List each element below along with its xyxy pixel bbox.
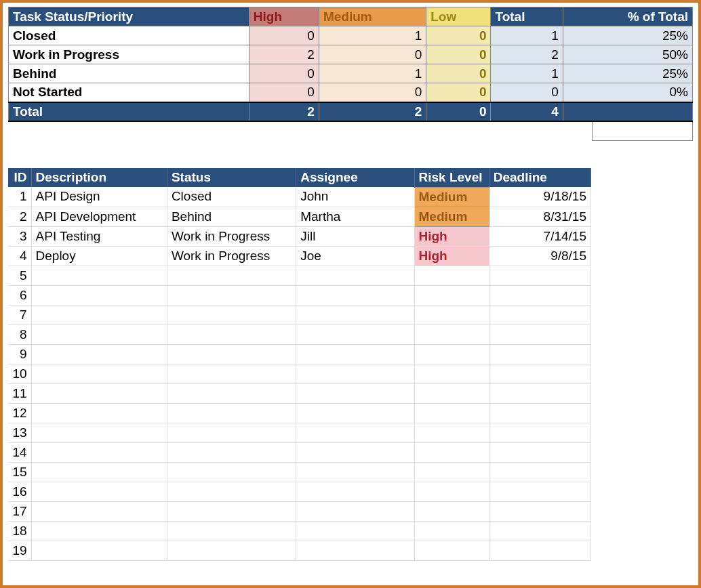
- summary-cell-high[interactable]: 0: [249, 26, 319, 45]
- summary-cell-pct[interactable]: 0%: [563, 83, 692, 102]
- summary-header-title[interactable]: Task Status/Priority: [9, 7, 249, 26]
- task-cell-assignee[interactable]: [296, 501, 414, 521]
- task-cell-deadline[interactable]: [489, 324, 590, 344]
- task-cell-status[interactable]: Work in Progress: [167, 226, 296, 246]
- task-cell-status[interactable]: [167, 364, 296, 383]
- task-cell-status[interactable]: [167, 462, 296, 482]
- summary-cell-high[interactable]: 0: [249, 64, 319, 83]
- task-cell-id[interactable]: 3: [8, 226, 31, 246]
- task-cell-status[interactable]: [167, 423, 296, 442]
- task-cell-assignee[interactable]: [296, 344, 414, 364]
- task-cell-risk[interactable]: [414, 423, 489, 442]
- task-cell-assignee[interactable]: Martha: [296, 207, 414, 226]
- summary-cell-low[interactable]: 0: [426, 45, 491, 64]
- task-cell-assignee[interactable]: [296, 423, 414, 442]
- task-cell-status[interactable]: [167, 344, 296, 364]
- task-cell-status[interactable]: [167, 305, 296, 324]
- summary-cell-total[interactable]: 1: [491, 26, 563, 45]
- task-cell-status[interactable]: [167, 541, 296, 560]
- task-cell-deadline[interactable]: 8/31/15: [489, 207, 590, 226]
- task-cell-assignee[interactable]: [296, 364, 414, 383]
- tasks-header-description[interactable]: Description: [31, 168, 167, 188]
- task-cell-deadline[interactable]: [489, 423, 590, 442]
- task-cell-id[interactable]: 15: [8, 462, 31, 482]
- task-cell-description[interactable]: [31, 344, 167, 364]
- summary-cell-low[interactable]: 0: [426, 26, 491, 45]
- task-cell-risk[interactable]: [414, 482, 489, 501]
- task-cell-deadline[interactable]: [489, 521, 590, 541]
- task-cell-deadline[interactable]: [489, 305, 590, 324]
- summary-cell-low[interactable]: 0: [426, 83, 491, 102]
- task-cell-risk[interactable]: Medium: [414, 187, 489, 207]
- task-cell-assignee[interactable]: [296, 442, 414, 462]
- task-cell-description[interactable]: API Development: [31, 207, 167, 226]
- summary-cell-pct[interactable]: 25%: [563, 26, 692, 45]
- task-cell-assignee[interactable]: John: [296, 187, 414, 207]
- summary-total-label[interactable]: Total: [9, 102, 249, 121]
- task-cell-risk[interactable]: High: [414, 246, 489, 266]
- tasks-header-deadline[interactable]: Deadline: [489, 168, 590, 188]
- task-cell-id[interactable]: 4: [8, 246, 31, 266]
- task-cell-id[interactable]: 19: [8, 541, 31, 560]
- task-cell-risk[interactable]: [414, 442, 489, 462]
- task-cell-assignee[interactable]: [296, 462, 414, 482]
- task-cell-deadline[interactable]: [489, 285, 590, 305]
- task-cell-description[interactable]: Deploy: [31, 246, 167, 266]
- task-cell-risk[interactable]: [414, 462, 489, 482]
- task-cell-description[interactable]: [31, 541, 167, 560]
- task-cell-description[interactable]: [31, 383, 167, 403]
- task-cell-risk[interactable]: [414, 501, 489, 521]
- task-cell-deadline[interactable]: [489, 462, 590, 482]
- task-cell-description[interactable]: API Design: [31, 187, 167, 207]
- summary-header-total[interactable]: Total: [491, 7, 563, 26]
- task-cell-risk[interactable]: [414, 521, 489, 541]
- summary-cell-total[interactable]: 2: [491, 45, 563, 64]
- tasks-header-risk[interactable]: Risk Level: [414, 168, 489, 188]
- task-cell-id[interactable]: 6: [8, 285, 31, 305]
- task-cell-id[interactable]: 5: [8, 266, 31, 285]
- summary-total-high[interactable]: 2: [249, 102, 319, 121]
- task-cell-deadline[interactable]: [489, 501, 590, 521]
- task-cell-risk[interactable]: [414, 541, 489, 560]
- task-cell-assignee[interactable]: [296, 324, 414, 344]
- summary-row-label[interactable]: Not Started: [9, 83, 249, 102]
- tasks-header-status[interactable]: Status: [167, 168, 296, 188]
- task-cell-id[interactable]: 16: [8, 482, 31, 501]
- summary-cell-high[interactable]: 2: [249, 45, 319, 64]
- summary-header-high[interactable]: High: [249, 7, 319, 26]
- task-cell-description[interactable]: [31, 462, 167, 482]
- task-cell-status[interactable]: [167, 285, 296, 305]
- task-cell-status[interactable]: [167, 324, 296, 344]
- task-cell-status[interactable]: [167, 501, 296, 521]
- task-cell-description[interactable]: [31, 285, 167, 305]
- task-cell-description[interactable]: API Testing: [31, 226, 167, 246]
- summary-cell-total[interactable]: 1: [491, 64, 563, 83]
- tasks-header-assignee[interactable]: Assignee: [296, 168, 414, 188]
- task-cell-assignee[interactable]: [296, 266, 414, 285]
- task-cell-description[interactable]: [31, 482, 167, 501]
- summary-cell-medium[interactable]: 0: [319, 83, 426, 102]
- task-cell-id[interactable]: 2: [8, 207, 31, 226]
- summary-header-medium[interactable]: Medium: [319, 7, 426, 26]
- task-cell-deadline[interactable]: [489, 266, 590, 285]
- task-cell-id[interactable]: 8: [8, 324, 31, 344]
- task-cell-risk[interactable]: High: [414, 226, 489, 246]
- task-cell-assignee[interactable]: [296, 521, 414, 541]
- summary-row-label[interactable]: Work in Progress: [9, 45, 249, 64]
- summary-cell-medium[interactable]: 0: [319, 45, 426, 64]
- task-cell-assignee[interactable]: [296, 403, 414, 423]
- task-cell-deadline[interactable]: 9/18/15: [489, 187, 590, 207]
- task-cell-deadline[interactable]: 9/8/15: [489, 246, 590, 266]
- task-cell-assignee[interactable]: [296, 383, 414, 403]
- tasks-header-id[interactable]: ID: [8, 168, 31, 188]
- summary-total-pct[interactable]: [563, 102, 692, 121]
- task-cell-risk[interactable]: [414, 285, 489, 305]
- summary-total-total[interactable]: 4: [491, 102, 563, 121]
- task-cell-description[interactable]: [31, 423, 167, 442]
- task-cell-description[interactable]: [31, 324, 167, 344]
- task-cell-assignee[interactable]: Jill: [296, 226, 414, 246]
- summary-cell-high[interactable]: 0: [249, 83, 319, 102]
- task-cell-status[interactable]: [167, 266, 296, 285]
- task-cell-description[interactable]: [31, 521, 167, 541]
- task-cell-id[interactable]: 17: [8, 501, 31, 521]
